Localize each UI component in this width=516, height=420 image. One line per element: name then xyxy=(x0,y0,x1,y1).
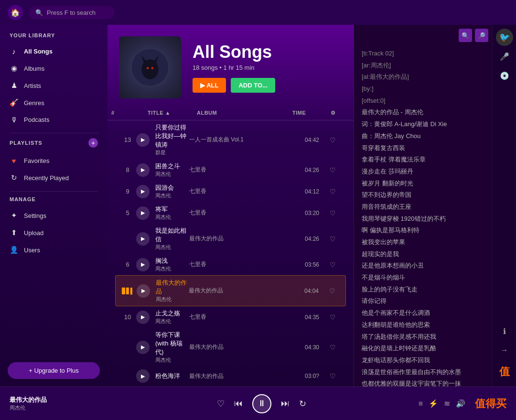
table-row[interactable]: 5 ▶ 将军 周杰伦 七里香 03:20 ♡ xyxy=(115,202,346,224)
lightning-button[interactable]: ⚡ xyxy=(429,399,438,408)
track-play-button[interactable]: ▶ xyxy=(136,258,150,271)
track-heart-button[interactable]: ♡ xyxy=(323,372,342,380)
track-info: 困兽之斗 周杰伦 xyxy=(155,162,189,178)
volume-button[interactable]: 🔊 xyxy=(456,399,465,408)
lyrics-line: 也都优雅的双腿是这宇宙笔下的一抹 xyxy=(362,378,484,387)
heart-button[interactable]: ♡ xyxy=(217,398,225,409)
library-section-title: YOUR LIBRARY xyxy=(0,32,108,43)
upgrade-button[interactable]: + Upgrade to Plus xyxy=(8,362,100,379)
album-header: All Songs 18 songs • 1 hr 15 min ▶ ALL A… xyxy=(108,25,354,106)
info-icon[interactable]: ℹ xyxy=(496,323,513,340)
table-row[interactable]: 8 ▶ 困兽之斗 周杰伦 七里香 04:26 ♡ xyxy=(115,159,346,181)
track-play-button[interactable]: ▶ xyxy=(136,232,150,246)
track-time: 04:26 xyxy=(285,236,323,242)
sidebar-divider-2 xyxy=(10,191,98,192)
track-artist: 周杰伦 xyxy=(155,356,189,364)
search-placeholder: Press F to search xyxy=(47,9,96,16)
table-row[interactable]: 10 ▶ 止戈之殇 周杰伦 七里香 04:35 ♡ xyxy=(115,306,346,328)
sidebar-label-artists: Artists xyxy=(24,82,41,89)
track-heart-button[interactable]: ♡ xyxy=(323,344,342,351)
next-button[interactable]: ⏭ xyxy=(281,398,290,409)
search-icon: 🔍 xyxy=(35,9,43,16)
album-title: All Songs xyxy=(193,42,342,62)
track-heart-button[interactable]: ♡ xyxy=(323,166,342,174)
track-heart-button[interactable]: ♡ xyxy=(322,287,342,295)
track-play-button[interactable]: ▶ xyxy=(136,163,150,177)
track-name: 搁浅 xyxy=(155,257,189,265)
lyrics-line: 拿着手杖 弹着魔法乐章 xyxy=(362,154,484,166)
now-playing-info: 最伟大的作品 周杰伦 xyxy=(10,396,105,411)
settings-icon: ✦ xyxy=(10,211,18,220)
play-pause-button[interactable]: ⏸ xyxy=(252,394,271,413)
track-name: 我是如此相信 xyxy=(155,226,189,244)
track-play-button[interactable]: ▶ xyxy=(136,206,150,220)
sidebar-item-all-songs[interactable]: ♪ All Songs xyxy=(0,43,108,60)
track-heart-button[interactable]: ♡ xyxy=(323,209,342,217)
track-play-button[interactable]: ▶ xyxy=(136,341,150,354)
col-art xyxy=(129,110,148,116)
lyrics-line: 词：黄俊郎 A-Lang/谢迪 Di Xie xyxy=(362,118,484,130)
track-heart-button[interactable]: ♡ xyxy=(323,313,342,321)
track-heart-button[interactable]: ♡ xyxy=(323,136,342,144)
sidebar-item-users[interactable]: 👤 Users xyxy=(0,241,108,258)
table-row[interactable]: ▶ 我是如此相信 周杰伦 最伟大的作品 04:26 ♡ xyxy=(115,224,346,254)
sidebar-item-artists[interactable]: ♟ Artists xyxy=(0,77,108,94)
lyrics-line: 超现实的是我 xyxy=(362,248,484,260)
track-play-button[interactable]: ▶ xyxy=(137,284,150,298)
lyrics-line: [ti:Track 02] xyxy=(362,48,484,60)
track-artist: 周杰伦 xyxy=(155,318,189,325)
track-heart-button[interactable]: ♡ xyxy=(323,261,342,269)
sidebar-item-favorites[interactable]: ♥ Favorites xyxy=(0,152,108,169)
sidebar-item-albums[interactable]: ◉ Albums xyxy=(0,60,108,77)
play-all-button[interactable]: ▶ ALL xyxy=(193,78,226,93)
lyrics-content: [ti:Track 02][ar:周杰伦][al:最伟大的作品][by:][of… xyxy=(354,46,492,387)
sidebar-item-genres[interactable]: 🎸 Genres xyxy=(0,94,108,111)
home-button[interactable]: 🏠 xyxy=(8,5,23,20)
bottom-player: 最伟大的作品 周杰伦 ♡ ⏮ ⏸ ⏭ ↻ ≡ ⚡ ≋ 🔊 值得买 xyxy=(0,387,516,420)
table-row[interactable]: 9 ▶ 园游会 周杰伦 七里香 04:12 ♡ xyxy=(115,181,346,202)
lyrics-line: 请你记得 xyxy=(362,295,484,307)
sidebar-item-recently-played[interactable]: ↻ Recently Played xyxy=(0,169,108,186)
add-to-button[interactable]: ADD TO... xyxy=(231,78,275,93)
table-row[interactable]: ▊▋▌ ▶ 最伟大的作品 周杰伦 最伟大的作品 04:04 ♡ xyxy=(115,275,346,306)
col-num: # xyxy=(111,110,129,116)
track-time: 03:0? xyxy=(285,373,323,379)
table-row[interactable]: 13 ▶ 只要你过得比我好—钟镇涛 群星 一人一首成名曲 Vol.1 04:42… xyxy=(115,120,346,159)
track-play-button[interactable]: ▶ xyxy=(136,185,150,198)
sidebar-item-settings[interactable]: ✦ Settings xyxy=(0,207,108,224)
lyrics-search-button-2[interactable]: 🔎 xyxy=(475,29,488,42)
table-row[interactable]: ▶ 粉色海洋 最伟大的作品 03:0? ♡ xyxy=(115,366,346,386)
track-list: 13 ▶ 只要你过得比我好—钟镇涛 群星 一人一首成名曲 Vol.1 04:42… xyxy=(108,120,354,387)
exit-icon[interactable]: → xyxy=(496,342,513,359)
sidebar-item-upload[interactable]: ⬆ Upload xyxy=(0,224,108,241)
user-avatar[interactable]: 🐦 xyxy=(496,29,513,46)
disc-icon[interactable]: 💿 xyxy=(496,67,513,84)
track-play-button[interactable]: ▶ xyxy=(136,311,150,324)
prev-button[interactable]: ⏮ xyxy=(234,398,243,409)
table-row[interactable]: ▶ 等你下课 (with 杨瑞代) 周杰伦 最伟大的作品 04:30 ♡ xyxy=(115,328,346,366)
track-play-button[interactable]: ▶ xyxy=(136,369,150,383)
users-icon: 👤 xyxy=(10,246,18,254)
eq-button[interactable]: ≋ xyxy=(444,399,450,408)
sidebar-item-podcasts[interactable]: 🎙 Podcasts xyxy=(0,111,108,128)
lyrics-line: 最伟大的作品 - 周杰伦 xyxy=(362,107,484,118)
sidebar-label-upload: Upload xyxy=(24,229,43,237)
table-row[interactable]: 6 ▶ 搁浅 周杰伦 七里香 03:56 ♡ xyxy=(115,254,346,275)
lyrics-search-button[interactable]: 🔍 xyxy=(459,29,472,42)
brand-text: 值得买 xyxy=(475,397,506,411)
track-time: 04:04 xyxy=(284,288,322,294)
upload-icon: ⬆ xyxy=(10,228,18,237)
track-play-button[interactable]: ▶ xyxy=(136,133,150,147)
search-bar[interactable]: 🔍 Press F to search xyxy=(29,6,115,19)
add-playlist-button[interactable]: + xyxy=(88,138,98,148)
player-extras: ≡ ⚡ ≋ 🔊 值得买 xyxy=(419,397,506,411)
queue-button[interactable]: ≡ xyxy=(419,399,423,408)
lyrics-line: 用音符筑成的王座 xyxy=(362,201,484,213)
col-album: ALBUM xyxy=(197,110,292,116)
repeat-button[interactable]: ↻ xyxy=(299,398,306,409)
mic-icon[interactable]: 🎤 xyxy=(496,48,513,65)
track-heart-button[interactable]: ♡ xyxy=(323,188,342,195)
playlists-header: PLAYLISTS + xyxy=(0,138,108,152)
track-heart-button[interactable]: ♡ xyxy=(323,235,342,243)
albums-icon: ◉ xyxy=(10,64,18,73)
